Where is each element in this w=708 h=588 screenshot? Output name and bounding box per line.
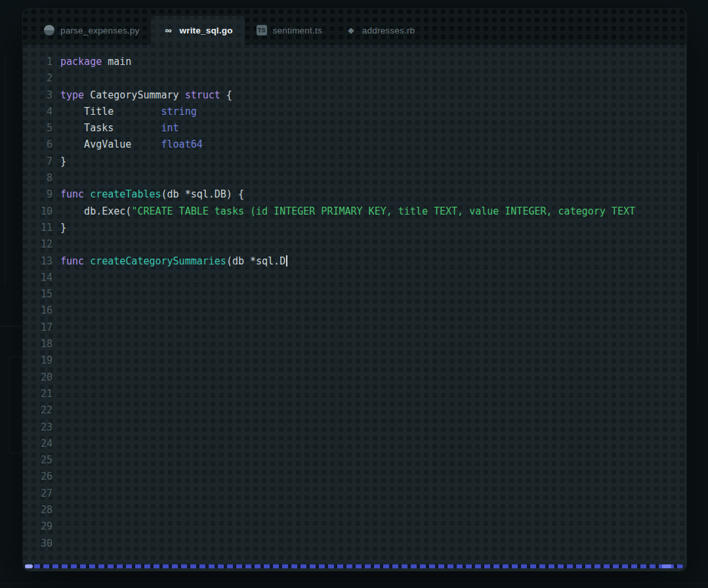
line-number: 13 <box>23 253 52 270</box>
tab-label: parse_expenses.py <box>60 26 139 35</box>
scrollbar-thumb[interactable] <box>662 564 671 568</box>
line-number: 12 <box>23 236 52 253</box>
code-line: 12 <box>23 236 686 253</box>
code-text: } <box>60 220 66 236</box>
line-number: 27 <box>23 486 52 502</box>
code-lines: 1package main23type CategorySummary stru… <box>23 54 686 552</box>
code-line: 18 <box>23 336 686 352</box>
scrollbar-left-cap <box>25 564 33 568</box>
line-number: 11 <box>23 220 52 236</box>
go-icon: ∞ <box>163 25 173 35</box>
tab-bar: parse_expenses.py∞write_sql.goTSsentimen… <box>23 9 686 45</box>
typescript-icon: TS <box>257 25 267 35</box>
line-number: 7 <box>23 154 52 170</box>
line-number: 5 <box>23 120 52 136</box>
tab-label: sentiment.ts <box>273 26 322 35</box>
tab-parse-expenses-py[interactable]: parse_expenses.py <box>32 16 151 45</box>
tab-sentiment-ts[interactable]: TSsentiment.ts <box>245 16 334 45</box>
background-chart-hint-hline-left <box>0 326 23 327</box>
code-line: 11} <box>23 220 686 236</box>
code-line: 26 <box>23 469 686 485</box>
code-text: func createCategorySummaries(db *sql.D <box>60 253 287 270</box>
line-number: 24 <box>23 436 52 452</box>
code-editor-window: parse_expenses.py∞write_sql.goTSsentimen… <box>23 9 686 571</box>
horizontal-scrollbar[interactable] <box>25 564 683 568</box>
code-text: AvgValue float64 <box>60 136 203 153</box>
line-number: 15 <box>23 286 52 303</box>
code-text: type CategorySummary struct { <box>60 87 232 104</box>
line-number: 21 <box>23 386 52 402</box>
line-number: 6 <box>23 136 52 153</box>
python-icon <box>44 25 54 35</box>
line-number: 8 <box>23 170 52 186</box>
code-line: 24 <box>23 436 686 452</box>
code-line: 21 <box>23 386 686 402</box>
line-number: 19 <box>23 352 52 369</box>
line-number: 22 <box>23 402 52 419</box>
code-line: 1package main <box>23 54 686 70</box>
tab-label: addresses.rb <box>362 26 415 35</box>
code-text: package main <box>60 54 131 70</box>
background-chart-hint-box-left <box>9 356 22 453</box>
code-line: 16 <box>23 303 686 319</box>
code-line: 14 <box>23 270 686 286</box>
line-number: 2 <box>23 70 52 87</box>
code-text: Tasks int <box>60 120 179 136</box>
code-line: 15 <box>23 286 686 303</box>
tab-addresses-rb[interactable]: ◆addresses.rb <box>334 16 427 45</box>
tab-label: write_sql.go <box>179 26 232 35</box>
background-chart-hint-hline-bottom <box>0 583 708 584</box>
code-line: 5 Tasks int <box>23 120 686 136</box>
background-chart-hint-vline-left <box>5 55 6 285</box>
line-number: 18 <box>23 336 52 352</box>
line-number: 26 <box>23 469 52 485</box>
line-number: 14 <box>23 270 52 286</box>
line-number: 28 <box>23 502 52 518</box>
code-line: 29 <box>23 518 686 535</box>
code-line: 13func createCategorySummaries(db *sql.D <box>23 253 686 270</box>
line-number: 1 <box>23 54 52 70</box>
tab-write-sql-go[interactable]: ∞write_sql.go <box>151 16 244 45</box>
code-line: 23 <box>23 419 686 436</box>
code-text: db.Exec("CREATE TABLE tasks (id INTEGER … <box>60 203 635 220</box>
background-chart-hint-vline-right <box>698 151 699 348</box>
line-number: 4 <box>23 104 52 120</box>
code-line: 22 <box>23 402 686 419</box>
line-number: 20 <box>23 369 52 386</box>
code-line: 28 <box>23 502 686 518</box>
code-line: 25 <box>23 452 686 469</box>
text-cursor <box>286 255 287 266</box>
line-number: 17 <box>23 320 52 336</box>
code-editor[interactable]: 1package main23type CategorySummary stru… <box>23 45 686 571</box>
line-number: 9 <box>23 186 52 203</box>
code-line: 4 Title string <box>23 104 686 120</box>
code-line: 27 <box>23 486 686 502</box>
code-line: 20 <box>23 369 686 386</box>
line-number: 30 <box>23 536 52 552</box>
line-number: 29 <box>23 518 52 535</box>
code-line: 9func createTables(db *sql.DB) { <box>23 186 686 203</box>
code-line: 8 <box>23 170 686 186</box>
code-text: func createTables(db *sql.DB) { <box>60 186 244 203</box>
line-number: 3 <box>23 87 52 104</box>
code-line: 19 <box>23 352 686 369</box>
line-number: 10 <box>23 203 52 220</box>
code-line: 2 <box>23 70 686 87</box>
line-number: 25 <box>23 452 52 469</box>
code-line: 10 db.Exec("CREATE TABLE tasks (id INTEG… <box>23 203 686 220</box>
code-line: 3type CategorySummary struct { <box>23 87 686 104</box>
code-line: 17 <box>23 320 686 336</box>
line-number: 16 <box>23 303 52 319</box>
code-line: 7} <box>23 154 686 170</box>
code-text: Title string <box>60 104 197 120</box>
code-line: 30 <box>23 536 686 552</box>
code-text: } <box>60 154 66 170</box>
line-number: 23 <box>23 419 52 436</box>
code-line: 6 AvgValue float64 <box>23 136 686 153</box>
ruby-icon: ◆ <box>346 25 356 35</box>
